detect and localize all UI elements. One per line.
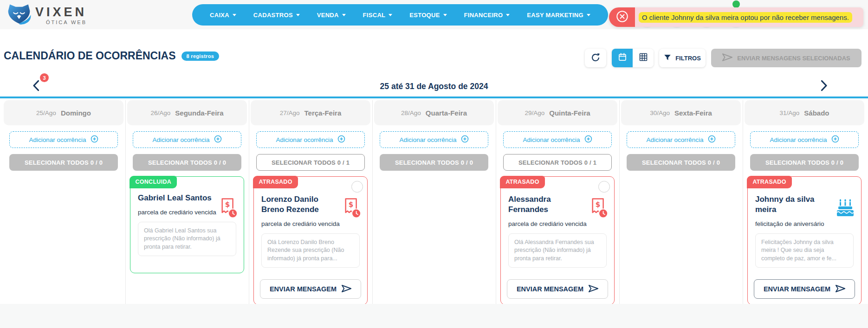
records-count-badge: 8 registros (181, 51, 220, 61)
calendar-view-button[interactable] (612, 49, 633, 67)
day-header: 30/Ago Sexta-Feira (621, 100, 741, 125)
page-title: CALENDÁRIO DE OCORRÊNCIAS 8 registros (4, 50, 219, 62)
add-occurrence-button[interactable]: Adicionar ocorrência (256, 131, 365, 148)
toast-message: O cliente Johnny da silva meira optou po… (635, 7, 863, 27)
day-header: 27/Ago Terça-Feira (251, 100, 370, 125)
day-column-sabado: 31/Ago Sábado Adicionar ocorrência SELEC… (745, 100, 864, 304)
add-occurrence-button[interactable]: Adicionar ocorrência (750, 131, 859, 148)
message-preview: Olá Lorenzo Danilo Breno Rezende sua pre… (261, 233, 360, 268)
send-icon (836, 285, 845, 294)
plus-circle-icon (91, 135, 98, 144)
send-icon (589, 285, 598, 294)
nav-item-fiscal[interactable]: FISCAL (363, 12, 393, 19)
calendar-board: 25/Ago Domingo Adicionar ocorrência SELE… (0, 100, 868, 304)
select-all-button: SELECIONAR TODOS 0 / 0 (627, 154, 735, 171)
day-column-quinta: 29/Ago Quinta-Feira Adicionar ocorrência… (498, 100, 617, 304)
send-icon (342, 285, 351, 294)
status-badge: ATRASADO (747, 176, 791, 188)
occurrence-card[interactable]: CONCLUIDA Gabriel Leal Santos $ parcela … (130, 176, 244, 273)
receipt-money-clock-icon: $ (589, 197, 609, 221)
occurrence-card[interactable]: ATRASADO Lorenzo Danilo Breno Rezende $ … (253, 176, 368, 305)
receipt-money-clock-icon: $ (219, 197, 239, 221)
grid-icon (639, 52, 648, 64)
top-bar: VIXEN ÓTICA WEB CAIXA CADASTROS VENDA FI… (0, 0, 868, 29)
day-header: 29/Ago Quinta-Feira (498, 100, 617, 125)
select-all-button[interactable]: SELECIONAR TODOS 0 / 1 (503, 154, 612, 171)
add-occurrence-button[interactable]: Adicionar ocorrência (133, 131, 241, 148)
plus-circle-icon (708, 135, 716, 144)
x-circle-icon (616, 10, 628, 25)
occurrence-type: parcela de crediário vencida (261, 220, 360, 227)
svg-text:$: $ (349, 200, 354, 209)
day-column-terca: 27/Ago Terça-Feira Adicionar ocorrência … (251, 100, 370, 304)
birthday-cake-icon (836, 199, 855, 219)
receipt-money-clock-icon: $ (343, 197, 362, 221)
add-occurrence-button[interactable]: Adicionar ocorrência (380, 131, 488, 148)
day-column-sexta: 30/Ago Sexta-Feira Adicionar ocorrência … (621, 100, 741, 304)
nav-item-financeiro[interactable]: FINANCEIRO (464, 12, 510, 19)
footer-strip (0, 304, 868, 328)
plus-circle-icon (831, 135, 839, 144)
brand-subtitle: ÓTICA WEB (46, 19, 87, 25)
chevron-down-icon (296, 14, 300, 16)
plus-circle-icon (214, 135, 222, 144)
toast-notification: O cliente Johnny da silva meira optou po… (609, 7, 863, 27)
nav-item-venda[interactable]: VENDA (317, 12, 346, 19)
occurrence-card[interactable]: ATRASADO Alessandra Fernandes $ parcela … (500, 176, 615, 305)
client-name: Gabriel Leal Santos (138, 193, 214, 203)
day-column-domingo: 25/Ago Domingo Adicionar ocorrência SELE… (4, 100, 123, 304)
add-occurrence-button[interactable]: Adicionar ocorrência (503, 131, 612, 148)
nav-item-caixa[interactable]: CAIXA (210, 12, 236, 19)
app-logo: VIXEN ÓTICA WEB (6, 3, 87, 27)
chevron-down-icon (342, 14, 346, 16)
chevron-down-icon (389, 14, 392, 16)
day-column-segunda: 26/Ago Segunda-Feira Adicionar ocorrênci… (127, 100, 247, 304)
occurrence-type: parcela de crediário vencida (508, 220, 607, 227)
online-status-dot (732, 0, 740, 8)
status-badge: ATRASADO (253, 176, 298, 188)
nav-item-easy-marketing[interactable]: EASY MARKETING (527, 12, 590, 19)
select-all-button[interactable]: SELECIONAR TODOS 0 / 1 (256, 154, 365, 171)
client-name: Lorenzo Danilo Breno Rezende (261, 194, 337, 215)
add-occurrence-button[interactable]: Adicionar ocorrência (627, 131, 735, 148)
send-message-button[interactable]: ENVIAR MENSAGEM (507, 279, 608, 299)
brand-name: VIXEN (35, 6, 87, 19)
select-all-button: SELECIONAR TODOS 0 / 0 (133, 154, 241, 171)
grid-view-button[interactable] (633, 49, 654, 67)
week-range-label: 25 até 31 de Agosto de 2024 (0, 82, 868, 91)
toast-close-button[interactable] (609, 7, 635, 27)
add-occurrence-button[interactable]: Adicionar ocorrência (9, 131, 118, 148)
day-header: 28/Ago Quarta-Feira (374, 100, 494, 125)
svg-text:$: $ (225, 200, 230, 209)
funnel-icon (664, 54, 671, 63)
occurrence-type: felicitação de aniversário (755, 220, 854, 227)
main-nav: CAIXA CADASTROS VENDA FISCAL ESTOQUE FIN… (192, 4, 608, 26)
select-occurrence-checkbox[interactable] (598, 181, 610, 193)
calendar-icon (618, 52, 627, 64)
message-preview: Olá Gabriel Leal Santos sua prescrição (… (138, 222, 236, 257)
select-all-button: SELECIONAR TODOS 0 / 0 (380, 154, 488, 171)
refresh-button[interactable] (585, 49, 606, 67)
plus-circle-icon (461, 135, 469, 144)
send-icon (722, 53, 732, 63)
day-header: 31/Ago Sábado (745, 100, 864, 125)
nav-item-estoque[interactable]: ESTOQUE (409, 12, 447, 19)
client-name: Johnny da silva meira (755, 194, 831, 215)
occurrence-card[interactable]: ATRASADO Johnny da silva meira (747, 176, 862, 305)
chevron-down-icon (443, 14, 447, 16)
day-header: 25/Ago Domingo (4, 100, 123, 125)
chevron-down-icon (233, 14, 236, 16)
divider (0, 96, 868, 98)
status-badge: ATRASADO (500, 176, 544, 188)
svg-text:$: $ (596, 200, 601, 209)
send-message-button[interactable]: ENVIAR MENSAGEM (754, 279, 855, 299)
select-occurrence-checkbox[interactable] (351, 181, 363, 193)
chevron-down-icon (506, 14, 510, 16)
send-message-button[interactable]: ENVIAR MENSAGEM (260, 279, 361, 299)
nav-item-cadastros[interactable]: CADASTROS (253, 12, 300, 19)
client-name: Alessandra Fernandes (508, 194, 584, 215)
plus-circle-icon (337, 135, 345, 144)
plus-circle-icon (584, 135, 592, 144)
filters-button[interactable]: FILTROS (659, 49, 706, 67)
select-all-button: SELECIONAR TODOS 0 / 0 (750, 154, 859, 171)
